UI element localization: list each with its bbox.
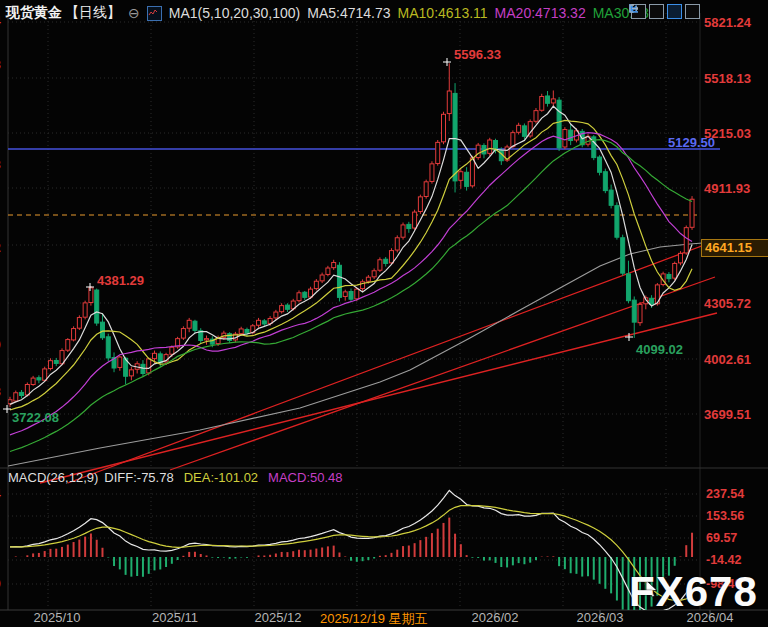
clipped-axis-digit: 3 (0, 158, 1, 172)
extreme-markers (3, 58, 633, 413)
bar-chart-icon[interactable] (667, 4, 682, 19)
extreme-price-annotation: 5596.33 (454, 47, 501, 62)
clipped-axis-digit: 2 (0, 241, 1, 255)
macd-diff-value: DIFF:-75.78 (104, 470, 173, 485)
chart-window: 现货黄金【日线】 ⊖ MA1(5,10,20,30,100) MA5:4714.… (0, 0, 768, 627)
price-axis-label: 4002.61 (704, 352, 751, 367)
ma5-value: MA5:4714.73 (307, 5, 390, 21)
ma-params-label: MA1(5,10,20,30,100) (169, 5, 301, 21)
macd-axis-label: -14.42 (706, 553, 741, 567)
date-axis-label[interactable]: 2025/12 (223, 610, 333, 625)
ma20-value: MA20:4713.32 (495, 5, 586, 21)
chart-canvas[interactable] (0, 0, 768, 627)
candles-layer[interactable] (8, 63, 694, 407)
date-axis-label[interactable]: 2025/11 (120, 610, 230, 625)
macd-header: MACD(26,12,9) DIFF:-75.78 DEA:-101.02 MA… (8, 470, 343, 485)
clipped-axis-digit: 4 (0, 14, 1, 28)
extreme-price-annotation: 4099.02 (636, 342, 683, 357)
axis-settings-icon[interactable] (649, 4, 664, 19)
title-bar: 现货黄金【日线】 ⊖ MA1(5,10,20,30,100) MA5:4714.… (6, 3, 657, 23)
price-axis-label: 3699.51 (704, 407, 751, 422)
pane-frame (0, 13, 768, 614)
gridlines (8, 13, 700, 609)
fx678-watermark: FX678 (629, 568, 758, 616)
extreme-price-annotation: 4381.29 (97, 273, 144, 288)
clipped-axis-digit: 0 (0, 577, 1, 591)
ma10-value: MA10:4613.11 (398, 5, 488, 21)
macd-dea-value: DEA:-101.02 (184, 470, 258, 485)
macd-macd-value: MACD:50.48 (268, 470, 342, 485)
macd-axis-label: 153.56 (706, 509, 744, 523)
extreme-price-annotation: 3722.08 (12, 410, 59, 425)
clipped-axis-digit: 8 (0, 58, 1, 72)
price-axis-label: 4911.93 (704, 181, 750, 196)
date-axis-label[interactable]: 2025/10 (2, 610, 112, 625)
collapse-icon[interactable]: ⊖ (128, 5, 140, 21)
diff-line (10, 491, 692, 614)
macd-axis-label: 69.57 (706, 531, 737, 545)
price-axis-label: 5821.24 (704, 15, 751, 30)
macd-layer[interactable] (10, 491, 692, 624)
mini-candle-icon (147, 6, 162, 21)
instrument-name: 现货黄金 (6, 4, 62, 22)
date-axis-label[interactable]: 2026/02 (440, 610, 550, 625)
current-price-label: 4641.15 (701, 239, 768, 257)
dea-line (10, 506, 692, 601)
resistance-price-label: 5129.50 (668, 135, 715, 150)
exit-icon[interactable] (685, 4, 700, 19)
clipped-axis-digit: 0 (0, 338, 1, 352)
macd-formula: MACD(26,12,9) (8, 470, 98, 485)
period-label: 【日线】 (65, 4, 121, 22)
chart-toolbar (629, 4, 700, 19)
date-axis-label[interactable]: 2025/12/19 星期五 (318, 610, 430, 627)
clipped-axis-digit: 4 (0, 487, 1, 501)
macd-axis-label: 237.54 (706, 487, 744, 501)
price-axis-label: 5518.13 (704, 71, 751, 86)
price-axis-label: 4305.72 (704, 296, 751, 311)
clipped-axis-digit: 8 (0, 385, 1, 399)
